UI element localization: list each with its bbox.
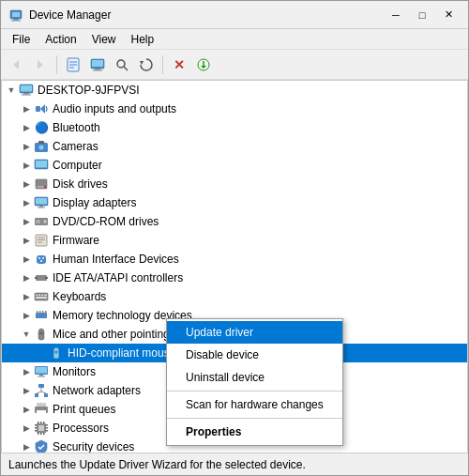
scan-button[interactable] <box>111 54 133 76</box>
tree-area[interactable]: ▼ DESKTOP-9JFPVSI ▶ Audio <box>1 80 468 454</box>
svg-rect-82 <box>38 425 44 431</box>
svg-rect-59 <box>37 311 38 314</box>
svg-marker-4 <box>13 60 19 69</box>
dvd-label: DVD/CD-ROM drives <box>53 215 159 228</box>
tree-item-audio[interactable]: ▶ Audio inputs and outputs <box>2 100 467 118</box>
computer-expand[interactable]: ▶ <box>19 158 34 173</box>
print-expand[interactable]: ▶ <box>19 402 34 417</box>
tree-item-ide[interactable]: ▶ IDE ATA/ATAPI controllers <box>2 269 467 287</box>
svg-rect-3 <box>11 20 21 21</box>
tree-item-hid[interactable]: ▶ Human Interface Devices <box>2 250 467 269</box>
properties-button[interactable] <box>62 54 84 76</box>
memory-expand[interactable]: ▶ <box>19 308 34 323</box>
memory-icon <box>34 308 49 323</box>
root-expand[interactable]: ▼ <box>4 83 19 98</box>
svg-rect-79 <box>37 410 46 415</box>
tree-item-cameras[interactable]: ▶ Cameras <box>2 137 467 156</box>
uninstall-button[interactable]: ✕ <box>168 54 190 76</box>
tree-item-bluetooth[interactable]: ▶ 🔵 Bluetooth <box>2 118 467 137</box>
keyboards-icon <box>34 289 49 304</box>
menu-action[interactable]: Action <box>38 31 83 48</box>
svg-rect-57 <box>36 297 47 299</box>
svg-rect-1 <box>12 12 20 17</box>
print-icon <box>34 402 49 417</box>
svg-rect-23 <box>22 95 31 96</box>
ctx-disable-device[interactable]: Disable device <box>167 344 342 366</box>
window-icon <box>8 8 23 23</box>
back-button[interactable] <box>5 54 27 76</box>
tree-item-disk[interactable]: ▶ Disk drives <box>2 175 467 193</box>
svg-point-47 <box>42 257 44 259</box>
forward-button[interactable] <box>29 54 52 76</box>
minimize-button[interactable]: ─ <box>384 6 408 24</box>
download-button[interactable] <box>192 54 215 76</box>
audio-expand[interactable]: ▶ <box>19 101 34 116</box>
svg-point-46 <box>38 257 40 259</box>
svg-rect-50 <box>35 277 38 279</box>
svg-rect-21 <box>21 85 32 92</box>
tree-root[interactable]: ▼ DESKTOP-9JFPVSI <box>2 81 467 100</box>
ctx-uninstall-device[interactable]: Uninstall device <box>167 366 342 389</box>
svg-rect-87 <box>40 433 42 435</box>
processors-expand[interactable]: ▶ <box>19 421 34 436</box>
svg-rect-70 <box>38 376 45 377</box>
monitors-expand[interactable]: ▶ <box>19 364 34 379</box>
update-button[interactable] <box>135 54 158 76</box>
svg-point-80 <box>44 408 46 410</box>
svg-rect-90 <box>35 427 37 429</box>
ctx-separator-2 <box>167 418 342 419</box>
cameras-expand[interactable]: ▶ <box>19 139 34 154</box>
disk-expand[interactable]: ▶ <box>19 177 34 192</box>
tree-item-computer[interactable]: ▶ Computer <box>2 156 467 175</box>
svg-rect-41 <box>36 235 47 246</box>
menu-help[interactable]: Help <box>124 31 162 48</box>
svg-rect-85 <box>43 422 45 423</box>
hid-mouse-label: HID-compliant mouse <box>68 346 175 360</box>
tree-item-firmware[interactable]: ▶ Firmware <box>2 231 467 250</box>
ctx-scan-hardware[interactable]: Scan for hardware changes <box>167 393 342 416</box>
bluetooth-expand[interactable]: ▶ <box>19 120 34 135</box>
tree-item-display[interactable]: ▶ Display adapters <box>2 193 467 212</box>
svg-marker-5 <box>38 60 43 69</box>
hid-label: Human Interface Devices <box>53 253 179 266</box>
dvd-expand[interactable]: ▶ <box>19 214 34 229</box>
svg-point-27 <box>38 145 44 150</box>
device-manager-button[interactable] <box>86 54 109 76</box>
menu-file[interactable]: File <box>5 31 38 48</box>
security-label: Security devices <box>53 440 134 453</box>
status-text: Launches the Update Driver Wizard for th… <box>8 458 306 471</box>
svg-line-76 <box>41 392 46 393</box>
tree-item-keyboards[interactable]: ▶ Keyboards <box>2 287 467 306</box>
close-button[interactable]: ✕ <box>436 6 461 24</box>
menu-view[interactable]: View <box>84 31 124 48</box>
svg-rect-37 <box>38 207 45 208</box>
computer-label: Computer <box>53 159 102 172</box>
toolbar-separator-1 <box>56 55 57 74</box>
keyboards-expand[interactable]: ▶ <box>19 289 34 304</box>
ctx-properties[interactable]: Properties <box>167 421 342 443</box>
svg-rect-36 <box>39 206 43 207</box>
svg-rect-56 <box>44 295 47 297</box>
ctx-update-driver[interactable]: Update driver <box>167 321 342 344</box>
window: Device Manager ─ □ ✕ File Action View He… <box>0 0 469 476</box>
firmware-icon <box>34 233 49 248</box>
network-expand[interactable]: ▶ <box>19 383 34 398</box>
mice-expand[interactable]: ▼ <box>19 327 34 342</box>
svg-rect-84 <box>40 422 42 423</box>
display-expand[interactable]: ▶ <box>19 195 34 210</box>
ide-expand[interactable]: ▶ <box>19 270 34 285</box>
tree-item-dvd[interactable]: ▶ DVD/CD-ROM drives <box>2 212 467 231</box>
svg-rect-13 <box>93 69 102 70</box>
svg-marker-16 <box>140 61 144 65</box>
maximize-button[interactable]: □ <box>410 6 434 24</box>
display-label: Display adapters <box>53 196 136 209</box>
svg-rect-61 <box>42 311 44 314</box>
ide-label: IDE ATA/ATAPI controllers <box>53 271 183 284</box>
disk-label: Disk drives <box>53 177 108 191</box>
svg-rect-22 <box>23 93 29 95</box>
hid-expand[interactable]: ▶ <box>19 252 34 267</box>
firmware-expand[interactable]: ▶ <box>19 233 34 248</box>
monitors-label: Monitors <box>53 365 96 378</box>
network-label: Network adapters <box>53 384 141 397</box>
svg-rect-89 <box>35 424 37 426</box>
